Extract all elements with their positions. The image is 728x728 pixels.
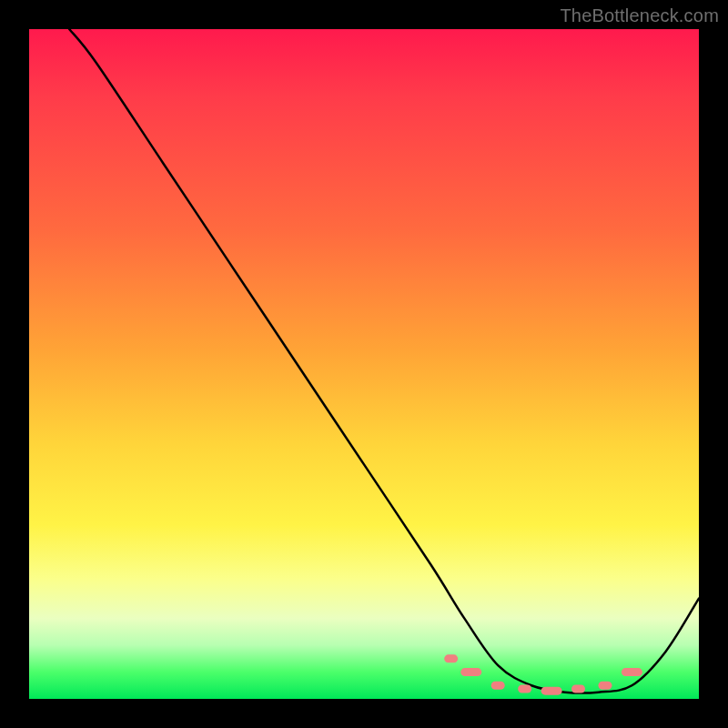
bottleneck-curve bbox=[29, 29, 699, 699]
watermark-text: TheBottleneck.com bbox=[560, 5, 719, 26]
plot-area bbox=[29, 29, 699, 699]
chart-frame: TheBottleneck.com bbox=[0, 0, 728, 728]
